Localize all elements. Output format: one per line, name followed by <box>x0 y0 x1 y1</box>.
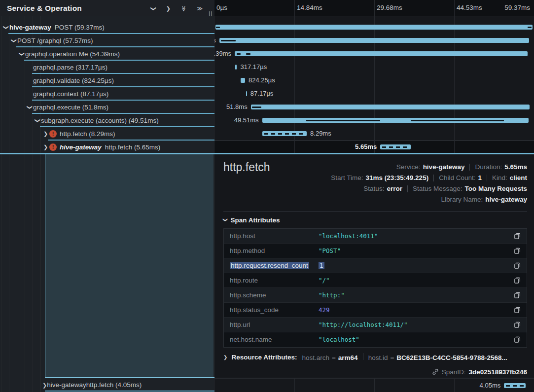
attr-key: http.url <box>230 321 319 328</box>
meta-label: Status: <box>363 185 384 192</box>
link-icon[interactable] <box>432 368 439 375</box>
bar-dash-segment <box>411 120 504 121</box>
equals-sign: = <box>332 354 336 361</box>
resource-key: host.id <box>368 354 388 361</box>
chevron-down-icon[interactable]: ❯ <box>3 24 9 31</box>
timeline-row <box>214 21 534 34</box>
gridline <box>294 379 295 392</box>
span-bar[interactable] <box>262 118 529 123</box>
chevron-down-icon[interactable]: ❯ <box>11 37 17 44</box>
timeline-row: 49.51ms <box>214 114 534 127</box>
span-tree-panel: ❯hive-gatewayPOST (59.37ms)❯POST /graphq… <box>0 0 214 392</box>
chevron-down-icon: ❯ <box>223 218 228 222</box>
duration-label: 57.57ms <box>214 36 216 44</box>
tree-row-http.fetch[interactable]: ❯!http.fetch (8.29ms) <box>0 127 214 141</box>
tick-label: 0µs <box>216 4 227 11</box>
operation-name: graphql.validate (824.25µs) <box>33 77 114 84</box>
attr-value: "localhost:4011" <box>319 232 513 240</box>
gridline <box>454 379 455 392</box>
divider <box>223 211 527 212</box>
divider <box>407 185 408 192</box>
tree-row-POST-graphql[interactable]: ❯POST /graphql (57.57ms) <box>0 34 214 47</box>
resource-attributes-title: Resource Attributes: <box>231 354 297 361</box>
attr-key: net.host.name <box>230 336 319 343</box>
attr-value: "http:" <box>319 291 513 299</box>
bar-dash-segment <box>306 120 380 121</box>
trace-viewer: ❯hive-gatewayPOST (59.37ms)❯POST /graphq… <box>0 0 534 392</box>
duration-label: 5.65ms <box>355 143 377 150</box>
bar-dash-segment <box>221 40 236 41</box>
tree-row-graphql.parse[interactable]: graphql.parse (317.17µs) <box>0 61 214 74</box>
tree-row-graphql.context[interactable]: graphql.context (87.17µs) <box>0 87 214 101</box>
resource-attributes-toggle[interactable]: ❯ Resource Attributes: host.arch=arm64ho… <box>223 353 507 361</box>
tick-label: 59.37ms <box>504 4 530 11</box>
span-bar[interactable] <box>262 131 307 136</box>
copy-icon[interactable] <box>513 290 522 299</box>
expanded-span-region <box>45 154 214 377</box>
span-bar[interactable] <box>241 78 245 83</box>
expand-one-icon[interactable]: ❯ <box>166 5 171 11</box>
attr-row-http.host[interactable]: http.host"localhost:4011" <box>224 229 527 244</box>
span-bar[interactable] <box>504 383 526 388</box>
tree-row-graphql.validate[interactable]: graphql.validate (824.25µs) <box>0 74 214 87</box>
chevron-right-icon[interactable]: ❯ <box>42 381 47 389</box>
attr-row-http.scheme[interactable]: http.scheme"http:" <box>224 288 527 303</box>
timeline-row: 5.65ms <box>214 141 534 154</box>
span-bar[interactable] <box>215 25 533 30</box>
chevron-down-icon[interactable]: ❯ <box>35 117 41 124</box>
tree-row-subgraph.execute-accounts-[interactable]: ❯subgraph.execute (accounts) (49.51ms) <box>0 114 214 127</box>
attr-value: "/" <box>319 277 513 284</box>
meta-value: error <box>387 185 402 192</box>
attr-row-http.request.resend_count[interactable]: http.request.resend_count1 <box>224 258 527 273</box>
collapse-one-icon[interactable]: ❯ <box>151 5 156 11</box>
attr-row-http.status_code[interactable]: http.status_code429 <box>224 303 527 318</box>
attr-row-http.method[interactable]: http.method"POST" <box>224 244 527 258</box>
operation-name: POST /graphql (57.57ms) <box>17 37 93 44</box>
attr-row-http.route[interactable]: http.route"/" <box>224 273 527 288</box>
copy-icon[interactable] <box>513 305 522 314</box>
row-border <box>45 391 214 392</box>
chevron-right-icon[interactable]: ❯ <box>42 144 49 150</box>
copy-icon[interactable] <box>513 320 522 329</box>
span-bar[interactable] <box>219 38 529 43</box>
span-attributes-toggle[interactable]: ❯ Span Attributes <box>223 216 280 224</box>
error-icon: ! <box>49 143 57 151</box>
attr-row-http.url[interactable]: http.url"http://localhost:4011/" <box>224 318 527 332</box>
tree-row-POST[interactable]: ❯hive-gatewayPOST (59.37ms) <box>0 21 214 34</box>
span-bar[interactable] <box>246 91 247 96</box>
chevron-right-icon[interactable]: ❯ <box>42 131 49 137</box>
attr-row-net.host.name[interactable]: net.host.name"localhost" <box>224 332 527 347</box>
tree-row-footer[interactable]: ❯hive-gatewayhttp.fetch (4.05ms) <box>0 379 214 391</box>
span-detail-panel: http.fetch Service:hive-gatewayDuration:… <box>214 154 534 378</box>
copy-icon[interactable] <box>513 231 522 240</box>
resource-key: host.arch <box>302 354 329 361</box>
copy-icon[interactable] <box>513 261 522 270</box>
panel-resize-handle[interactable]: || <box>209 10 213 16</box>
copy-icon[interactable] <box>513 335 522 344</box>
tree-header: Service & Operation ❯❯≫≫ <box>0 0 214 16</box>
meta-label: Library Name: <box>441 196 483 203</box>
timeline-row: 317.17µs <box>214 61 534 74</box>
expand-all-icon[interactable]: ≫ <box>197 5 203 11</box>
span-bar[interactable] <box>251 105 530 109</box>
resource-value: arm64 <box>338 354 358 361</box>
bar-dashes <box>506 385 524 387</box>
collapse-all-icon[interactable]: ≫ <box>181 5 187 11</box>
tree-header-actions: ❯❯≫≫ <box>151 5 210 11</box>
operation-name: http.fetch (4.05ms) <box>86 381 142 389</box>
span-bar[interactable] <box>235 51 528 56</box>
copy-icon[interactable] <box>513 246 522 255</box>
chevron-down-icon[interactable]: ❯ <box>27 104 33 110</box>
tree-row-http.fetch[interactable]: ❯!hive-gatewayhttp.fetch (5.65ms) <box>0 141 214 154</box>
timeline-footer-row: 4.05ms <box>214 378 534 392</box>
expanded-region-border <box>45 377 214 378</box>
tree-row-graphql.execute[interactable]: ❯graphql.execute (51.8ms) <box>0 101 214 114</box>
meta-value: client <box>510 174 527 181</box>
attr-key: http.status_code <box>230 306 319 314</box>
gridline <box>374 0 375 16</box>
copy-icon[interactable] <box>513 276 522 285</box>
tree-row-graphql.operation-Me[interactable]: ❯graphql.operation Me (54.39ms) <box>0 47 214 61</box>
span-bar[interactable] <box>380 144 411 149</box>
chevron-down-icon[interactable]: ❯ <box>19 51 25 57</box>
span-bar[interactable] <box>235 65 237 70</box>
